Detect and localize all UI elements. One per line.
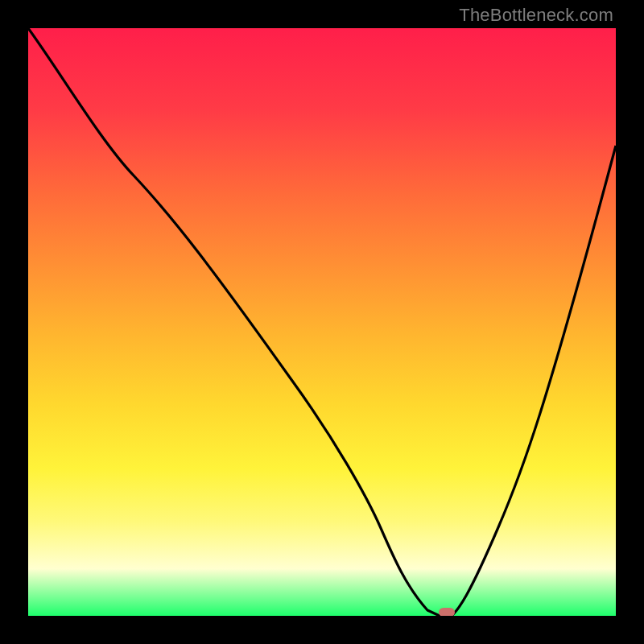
watermark-text: TheBottleneck.com (459, 5, 613, 26)
min-marker (439, 608, 455, 616)
plot-area (28, 28, 616, 616)
chart-frame: TheBottleneck.com (0, 0, 644, 644)
curve-layer (28, 28, 616, 616)
bottleneck-curve (28, 28, 616, 616)
